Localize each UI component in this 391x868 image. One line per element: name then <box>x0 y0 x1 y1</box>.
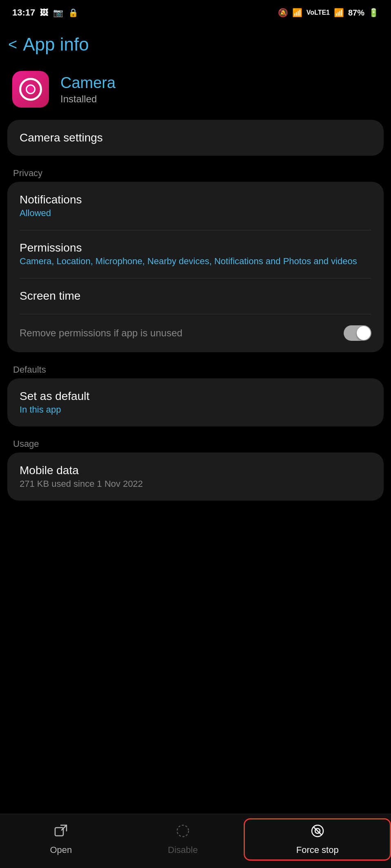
camera-settings-item[interactable]: Camera settings <box>7 120 384 156</box>
disable-label: Disable <box>168 845 198 855</box>
status-time: 13:17 <box>12 7 35 18</box>
gallery-icon: 🖼 <box>40 8 48 18</box>
remove-permissions-item[interactable]: Remove permissions if app is unused <box>7 314 384 352</box>
notifications-title: Notifications <box>20 193 371 206</box>
set-as-default-title: Set as default <box>20 390 371 403</box>
usage-card: Mobile data 271 KB used since 1 Nov 2022 <box>7 453 384 501</box>
set-as-default-subtitle: In this app <box>20 404 371 415</box>
force-stop-icon <box>310 824 325 841</box>
disable-icon <box>176 824 190 841</box>
signal-icon: 📶 <box>334 8 344 18</box>
camera-settings-label: Camera settings <box>20 131 371 144</box>
battery-percentage: 87% <box>348 8 364 18</box>
screen-time-title: Screen time <box>20 289 371 303</box>
privacy-section-label: Privacy <box>0 160 391 182</box>
set-as-default-item[interactable]: Set as default In this app <box>7 378 384 426</box>
lock-icon: 🔒 <box>68 8 78 18</box>
app-status: Installed <box>60 93 116 105</box>
screen-time-item[interactable]: Screen time <box>7 278 384 314</box>
battery-icon: 🔋 <box>369 8 379 18</box>
camera-app-icon-inner <box>19 78 42 101</box>
notification-off-icon: 🔕 <box>278 8 288 18</box>
mobile-data-subtitle: 271 KB used since 1 Nov 2022 <box>20 479 371 489</box>
permissions-item[interactable]: Permissions Camera, Location, Microphone… <box>7 230 384 278</box>
force-stop-label: Force stop <box>296 845 339 855</box>
status-bar: 13:17 🖼 📷 🔒 🔕 📶 VoLTE1 📶 87% 🔋 <box>0 0 391 22</box>
app-name: Camera <box>60 74 116 92</box>
page-title: App info <box>23 34 89 55</box>
remove-permissions-row: Remove permissions if app is unused <box>20 325 371 341</box>
wifi-icon: 📶 <box>292 8 302 18</box>
app-details: Camera Installed <box>60 74 116 105</box>
defaults-card: Set as default In this app <box>7 378 384 426</box>
status-right: 🔕 📶 VoLTE1 📶 87% 🔋 <box>278 8 379 18</box>
back-button[interactable]: < <box>8 37 17 52</box>
app-info-row: Camera Installed <box>0 63 391 120</box>
mobile-data-title: Mobile data <box>20 464 371 477</box>
mobile-data-item[interactable]: Mobile data 271 KB used since 1 Nov 2022 <box>7 453 384 501</box>
header: < App info <box>0 22 391 63</box>
svg-point-1 <box>177 825 189 837</box>
app-icon <box>12 71 49 108</box>
toggle-knob <box>357 326 371 340</box>
defaults-section-label: Defaults <box>0 356 391 378</box>
nav-open[interactable]: Open <box>0 824 122 855</box>
lte-icon: VoLTE1 <box>307 9 330 16</box>
open-label: Open <box>50 845 72 855</box>
open-icon <box>53 824 68 841</box>
remove-permissions-toggle[interactable] <box>344 325 371 341</box>
notifications-item[interactable]: Notifications Allowed <box>7 182 384 230</box>
permissions-title: Permissions <box>20 241 371 254</box>
svg-rect-0 <box>55 828 63 836</box>
nav-disable[interactable]: Disable <box>122 824 244 855</box>
status-left: 13:17 🖼 📷 🔒 <box>12 7 78 18</box>
nav-force-stop[interactable]: Force stop <box>244 818 391 861</box>
camera-status-icon: 📷 <box>53 8 63 18</box>
notifications-subtitle: Allowed <box>20 208 371 219</box>
permissions-subtitle: Camera, Location, Microphone, Nearby dev… <box>20 256 371 267</box>
usage-section-label: Usage <box>0 431 391 453</box>
privacy-card: Notifications Allowed Permissions Camera… <box>7 182 384 352</box>
remove-permissions-label: Remove permissions if app is unused <box>20 327 344 339</box>
camera-settings-card[interactable]: Camera settings <box>7 120 384 156</box>
bottom-nav: Open Disable Force stop <box>0 814 391 868</box>
